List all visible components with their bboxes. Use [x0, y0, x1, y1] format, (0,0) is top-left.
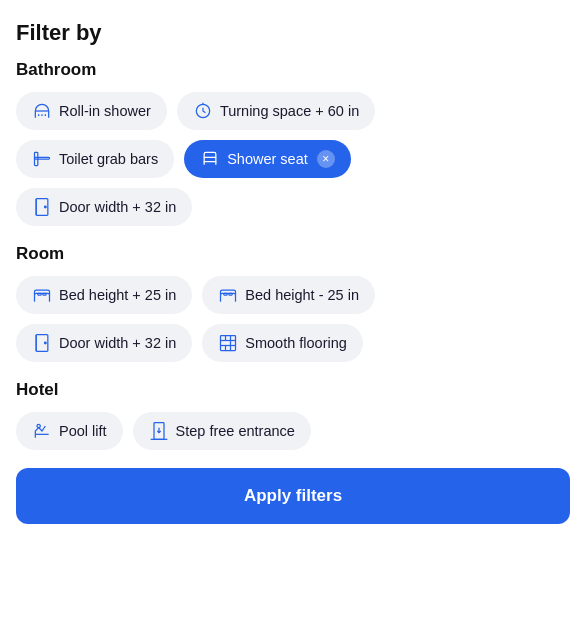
chip-toilet-grab-bars[interactable]: Toilet grab bars: [16, 140, 174, 178]
chip-label-pool-lift: Pool lift: [59, 423, 107, 439]
apply-filters-button[interactable]: Apply filters: [16, 468, 570, 524]
filter-title: Filter by: [16, 20, 570, 46]
chip-door-width-bathroom[interactable]: Door width + 32 in: [16, 188, 192, 226]
section-bathroom: Bathroom Roll-in shower Turning space + …: [16, 60, 570, 226]
svg-rect-14: [229, 293, 232, 295]
shower-icon: [32, 101, 52, 121]
bed-icon: [218, 285, 238, 305]
chip-bed-height-minus[interactable]: Bed height - 25 in: [202, 276, 375, 314]
entrance-icon: [149, 421, 169, 441]
chip-label-smooth-flooring: Smooth flooring: [245, 335, 347, 351]
door-icon: [32, 333, 52, 353]
chip-roll-in-shower[interactable]: Roll-in shower: [16, 92, 167, 130]
chip-label-turning-space: Turning space + 60 in: [220, 103, 359, 119]
section-title-room: Room: [16, 244, 570, 264]
chip-pool-lift[interactable]: Pool lift: [16, 412, 123, 450]
section-hotel: Hotel Pool lift Step free entrance: [16, 380, 570, 450]
chip-label-roll-in-shower: Roll-in shower: [59, 103, 151, 119]
section-title-bathroom: Bathroom: [16, 60, 570, 80]
chip-label-bed-height-minus: Bed height - 25 in: [245, 287, 359, 303]
svg-rect-18: [221, 336, 236, 351]
chip-door-width-room[interactable]: Door width + 32 in: [16, 324, 192, 362]
chip-shower-seat[interactable]: Shower seat×: [184, 140, 351, 178]
svg-rect-12: [43, 293, 46, 295]
chip-turning-space[interactable]: Turning space + 60 in: [177, 92, 375, 130]
chip-close-shower-seat[interactable]: ×: [317, 150, 335, 168]
svg-rect-6: [35, 157, 50, 159]
chip-label-shower-seat: Shower seat: [227, 151, 308, 167]
pool-icon: [32, 421, 52, 441]
chip-step-free[interactable]: Step free entrance: [133, 412, 311, 450]
svg-point-9: [45, 206, 47, 208]
bed-icon: [32, 285, 52, 305]
grab-icon: [32, 149, 52, 169]
door-icon: [32, 197, 52, 217]
seat-icon: [200, 149, 220, 169]
turning-icon: [193, 101, 213, 121]
chip-label-door-width-room: Door width + 32 in: [59, 335, 176, 351]
chip-label-step-free: Step free entrance: [176, 423, 295, 439]
floor-icon: [218, 333, 238, 353]
section-room: Room Bed height + 25 in Bed height - 25 …: [16, 244, 570, 362]
svg-rect-11: [38, 293, 41, 295]
chip-label-bed-height-plus: Bed height + 25 in: [59, 287, 176, 303]
section-title-hotel: Hotel: [16, 380, 570, 400]
chip-smooth-flooring[interactable]: Smooth flooring: [202, 324, 363, 362]
chip-label-door-width-bathroom: Door width + 32 in: [59, 199, 176, 215]
chip-bed-height-plus[interactable]: Bed height + 25 in: [16, 276, 192, 314]
svg-point-16: [45, 342, 47, 344]
svg-rect-13: [224, 293, 227, 295]
chip-label-toilet-grab-bars: Toilet grab bars: [59, 151, 158, 167]
